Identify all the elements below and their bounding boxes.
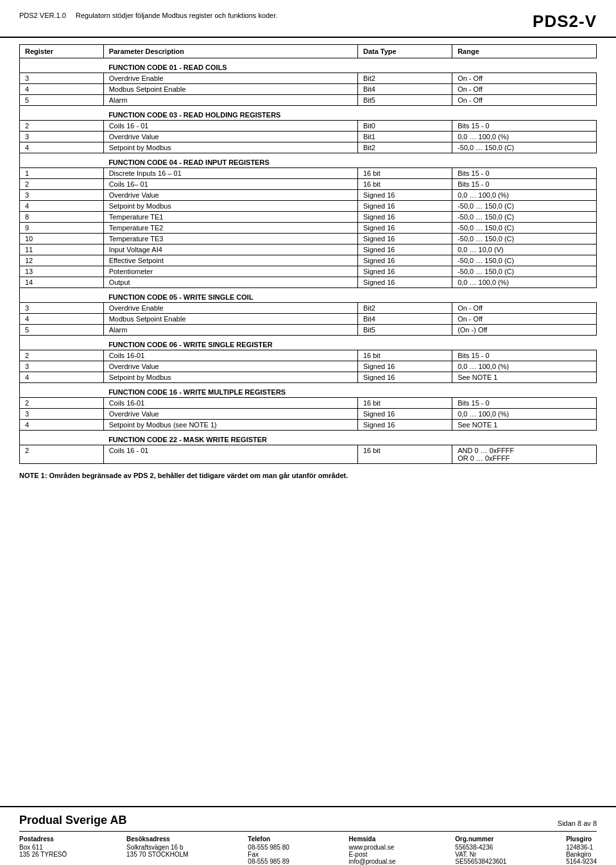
cell-register: 4 bbox=[20, 420, 104, 431]
cell-range: See NOTE 1 bbox=[452, 420, 597, 431]
cell-type: 16 bit bbox=[357, 179, 452, 190]
footer-col-value: 124836-1 bbox=[566, 844, 597, 851]
cell-desc: Overdrive Value bbox=[103, 409, 357, 420]
cell-register: 14 bbox=[20, 277, 104, 288]
cell-range: Bits 15 - 0 bbox=[452, 398, 597, 409]
page-title: PDS2-V bbox=[533, 12, 597, 31]
cell-type: Bit0 bbox=[357, 121, 452, 132]
subtitle-label: Regulatorn stödjer följande Modbus regis… bbox=[76, 12, 277, 19]
cell-range: On - Off bbox=[452, 73, 597, 84]
cell-range: On - Off bbox=[452, 84, 597, 95]
cell-type: Bit4 bbox=[357, 84, 452, 95]
cell-type: Signed 16 bbox=[357, 244, 452, 255]
cell-desc: Overdrive Value bbox=[103, 190, 357, 201]
table-row: 2 Coils 16 - 01 Bit0 Bits 15 - 0 bbox=[20, 121, 597, 132]
cell-desc: Coils 16 - 01 bbox=[103, 445, 357, 464]
footer-company-bar: Produal Sverige AB Sidan 8 av 8 bbox=[19, 814, 597, 832]
cell-desc: Temperature TE3 bbox=[103, 234, 357, 244]
cell-range: 0,0 … 100,0 (%) bbox=[452, 361, 597, 372]
table-row: 2 Coils 16-01 16 bit Bits 15 - 0 bbox=[20, 350, 597, 361]
section-title: FUNCTION CODE 04 - READ INPUT REGISTERS bbox=[103, 153, 596, 168]
cell-register: 13 bbox=[20, 266, 104, 277]
footer-col-value: 135 26 TYRESÖ bbox=[19, 851, 67, 858]
cell-desc: Modbus Setpoint Enable bbox=[103, 314, 357, 325]
cell-desc: Setpoint by Modbus (see NOTE 1) bbox=[103, 420, 357, 431]
col-datatype: Data Type bbox=[357, 45, 452, 58]
cell-desc: Effective Setpoint bbox=[103, 255, 357, 266]
table-row: 3 Overdrive Value Bit1 0,0 … 100,0 (%) bbox=[20, 132, 597, 142]
header-left: PDS2 VER.1.0 Regulatorn stödjer följande… bbox=[19, 12, 277, 19]
cell-type: 16 bit bbox=[357, 445, 452, 464]
section-reg-col bbox=[20, 383, 104, 398]
cell-range: Bits 15 - 0 bbox=[452, 350, 597, 361]
cell-desc: Overdrive Enable bbox=[103, 73, 357, 84]
table-row: 9 Temperature TE2 Signed 16 -50,0 … 150,… bbox=[20, 223, 597, 234]
cell-type: Signed 16 bbox=[357, 372, 452, 383]
cell-type: Signed 16 bbox=[357, 409, 452, 420]
cell-range: -50,0 … 150,0 (C) bbox=[452, 266, 597, 277]
section-reg-col bbox=[20, 153, 104, 168]
footer-col: PostadressBox 611135 26 TYRESÖ bbox=[19, 835, 67, 865]
cell-type: Bit5 bbox=[357, 325, 452, 336]
section-reg-col bbox=[20, 336, 104, 350]
cell-range: -50,0 … 150,0 (C) bbox=[452, 142, 597, 153]
cell-range: On - Off bbox=[452, 314, 597, 325]
table-row: 8 Temperature TE1 Signed 16 -50,0 … 150,… bbox=[20, 212, 597, 223]
table-row: 12 Effective Setpoint Signed 16 -50,0 … … bbox=[20, 255, 597, 266]
cell-register: 5 bbox=[20, 95, 104, 106]
table-row: 4 Setpoint by Modbus Signed 16 See NOTE … bbox=[20, 372, 597, 383]
table-row: 5 Alarm Bit5 (On -) Off bbox=[20, 325, 597, 336]
cell-type: Signed 16 bbox=[357, 212, 452, 223]
cell-desc: Coils 16 - 01 bbox=[103, 121, 357, 132]
cell-type: 16 bit bbox=[357, 398, 452, 409]
section-header-row: FUNCTION CODE 03 - READ HOLDING REGISTER… bbox=[20, 106, 597, 121]
cell-range: 0,0 … 100,0 (%) bbox=[452, 277, 597, 288]
footer-col-value: SE556538423601 bbox=[455, 858, 506, 865]
section-reg-col bbox=[20, 106, 104, 121]
cell-range: On - Off bbox=[452, 95, 597, 106]
cell-desc: Overdrive Value bbox=[103, 132, 357, 142]
cell-register: 4 bbox=[20, 201, 104, 212]
cell-register: 10 bbox=[20, 234, 104, 244]
footer-col-label: Hemsida bbox=[349, 835, 396, 843]
footer-col-value: Box 611 bbox=[19, 844, 67, 851]
footer-col-label: Postadress bbox=[19, 835, 67, 843]
cell-range: Bits 15 - 0 bbox=[452, 121, 597, 132]
company-name: Produal Sverige AB bbox=[19, 814, 126, 827]
footer-col: BesöksadressSolkraftsvägen 16 b135 70 ST… bbox=[126, 835, 189, 865]
section-header-row: FUNCTION CODE 05 - WRITE SINGLE COIL bbox=[20, 288, 597, 303]
cell-desc: Coils 16-01 bbox=[103, 350, 357, 361]
cell-range: See NOTE 1 bbox=[452, 372, 597, 383]
section-title: FUNCTION CODE 05 - WRITE SINGLE COIL bbox=[103, 288, 596, 303]
cell-desc: Setpoint by Modbus bbox=[103, 372, 357, 383]
cell-register: 4 bbox=[20, 314, 104, 325]
table-row: 4 Modbus Setpoint Enable Bit4 On - Off bbox=[20, 314, 597, 325]
footer-col-label: Besöksadress bbox=[126, 835, 189, 843]
cell-range: AND 0 … 0xFFFFOR 0 … 0xFFFF bbox=[452, 445, 597, 464]
footer-col: Telefon08-555 985 80Fax08-555 985 89 bbox=[248, 835, 289, 865]
cell-type: Bit2 bbox=[357, 73, 452, 84]
footer-col: Plusgiro124836-1Bankgiro5164-9234 bbox=[566, 835, 597, 865]
page-number: Sidan 8 av 8 bbox=[558, 819, 597, 827]
table-row: 10 Temperature TE3 Signed 16 -50,0 … 150… bbox=[20, 234, 597, 244]
cell-type: 16 bit bbox=[357, 168, 452, 179]
table-row: 3 Overdrive Value Signed 16 0,0 … 100,0 … bbox=[20, 190, 597, 201]
cell-range: -50,0 … 150,0 (C) bbox=[452, 223, 597, 234]
table-row: 3 Overdrive Enable Bit2 On - Off bbox=[20, 303, 597, 314]
section-header-row: FUNCTION CODE 06 - WRITE SINGLE REGISTER bbox=[20, 336, 597, 350]
note-text: NOTE 1: Områden begränsade av PDS 2, beh… bbox=[19, 472, 597, 479]
cell-register: 3 bbox=[20, 303, 104, 314]
cell-type: Bit4 bbox=[357, 314, 452, 325]
footer-details: PostadressBox 611135 26 TYRESÖBesöksadre… bbox=[19, 832, 597, 865]
table-row: 4 Setpoint by Modbus Signed 16 -50,0 … 1… bbox=[20, 201, 597, 212]
cell-range: Bits 15 - 0 bbox=[452, 179, 597, 190]
footer-col-value: E-post bbox=[349, 851, 396, 858]
cell-register: 4 bbox=[20, 372, 104, 383]
cell-register: 2 bbox=[20, 350, 104, 361]
cell-type: Signed 16 bbox=[357, 361, 452, 372]
section-reg-col bbox=[20, 431, 104, 445]
cell-desc: Overdrive Enable bbox=[103, 303, 357, 314]
cell-range: 0,0 … 10,0 (V) bbox=[452, 244, 597, 255]
footer-col-value: info@produal.se bbox=[349, 858, 396, 865]
cell-desc: Output bbox=[103, 277, 357, 288]
